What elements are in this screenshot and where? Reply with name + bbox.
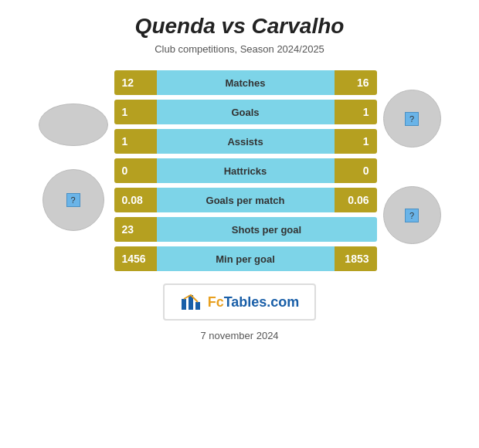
question-icon-left: ? — [66, 193, 80, 207]
page-subtitle: Club competitions, Season 2024/2025 — [155, 43, 324, 55]
svg-rect-0 — [182, 299, 186, 310]
footer-date: 7 november 2024 — [200, 330, 278, 341]
stat-label: Goals per match — [157, 188, 335, 212]
question-icon-right-top: ? — [405, 112, 419, 126]
stat-label: Min per goal — [157, 246, 335, 271]
avatar-right-top: ? — [383, 90, 441, 148]
stat-label: Shots per goal — [157, 217, 377, 242]
stat-left-value: 1456 — [114, 246, 157, 271]
content-row: ? 12Matches161Goals11Assists10Hattricks0… — [8, 70, 471, 271]
page: Quenda vs Carvalho Club competitions, Se… — [0, 0, 479, 448]
stat-left-value: 0.08 — [114, 188, 157, 212]
avatars-right: ? ? — [383, 90, 441, 252]
stat-row: 1Goals1 — [114, 100, 377, 124]
avatar-right-bottom: ? — [383, 186, 441, 244]
stat-left-value: 12 — [114, 70, 157, 95]
stat-row: 1456Min per goal1853 — [114, 246, 377, 271]
stat-left-value: 0 — [114, 158, 157, 183]
stat-label: Goals — [157, 100, 335, 124]
avatar-left-top — [39, 104, 108, 146]
stat-right-value: 1 — [335, 129, 377, 154]
stat-row: 0Hattricks0 — [114, 158, 377, 183]
stat-row: 1Assists1 — [114, 129, 377, 154]
stat-row: 23Shots per goal — [114, 217, 377, 242]
svg-rect-2 — [195, 302, 200, 310]
stat-label: Assists — [157, 129, 335, 154]
logo-icon — [180, 291, 202, 313]
stat-right-value: 1853 — [335, 246, 377, 271]
logo-area: FcTables.com — [163, 283, 317, 321]
stat-label: Matches — [157, 70, 335, 95]
stat-right-value: 1 — [335, 100, 377, 124]
stat-left-value: 1 — [114, 100, 157, 124]
page-title: Quenda vs Carvalho — [135, 14, 345, 39]
stat-row: 12Matches16 — [114, 70, 377, 95]
stat-right-value: 16 — [335, 70, 377, 95]
avatars-left: ? — [39, 104, 108, 239]
stat-left-value: 23 — [114, 217, 157, 242]
avatar-left-bottom: ? — [42, 169, 104, 231]
stat-left-value: 1 — [114, 129, 157, 154]
logo-text: FcTables.com — [208, 294, 300, 311]
stat-row: 0.08Goals per match0.06 — [114, 188, 377, 212]
question-icon-right-bottom: ? — [405, 209, 419, 222]
stat-label: Hattricks — [157, 158, 335, 183]
stat-right-value: 0.06 — [335, 188, 377, 212]
stat-right-value: 0 — [335, 158, 377, 183]
stats-column: 12Matches161Goals11Assists10Hattricks00.… — [114, 70, 377, 271]
